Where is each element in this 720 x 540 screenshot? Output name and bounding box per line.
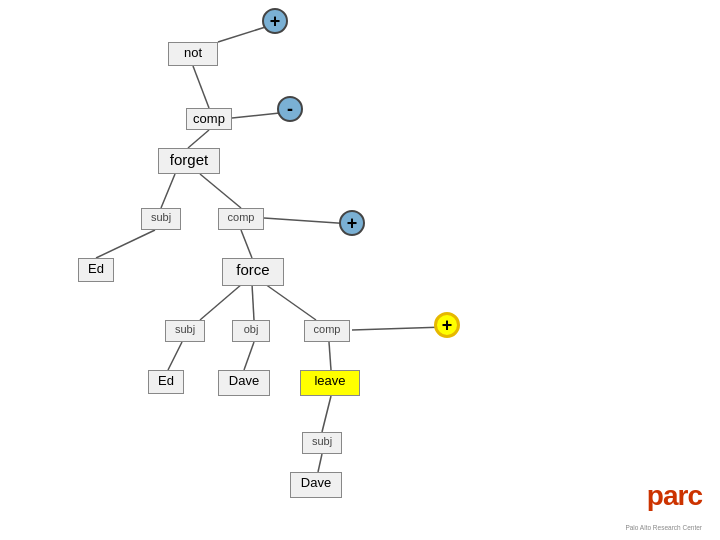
forget-node: forget — [158, 148, 220, 174]
svg-line-12 — [322, 396, 331, 432]
svg-line-7 — [252, 284, 254, 320]
minus1-button[interactable]: - — [277, 96, 303, 122]
comp1-node: comp — [186, 108, 232, 130]
parc-logo: parc — [647, 480, 702, 512]
svg-line-9 — [168, 342, 182, 370]
svg-line-5 — [241, 230, 252, 258]
plus3-button[interactable]: + — [434, 312, 460, 338]
svg-line-13 — [318, 454, 322, 472]
svg-line-11 — [329, 342, 331, 370]
svg-line-3 — [200, 174, 241, 208]
svg-line-8 — [265, 284, 316, 320]
svg-line-0 — [193, 66, 209, 108]
svg-line-2 — [161, 174, 175, 208]
comp2-node: comp — [218, 208, 264, 230]
force-node: force — [222, 258, 284, 286]
obj1-node: obj — [232, 320, 270, 342]
ed1-node: Ed — [78, 258, 114, 282]
comp3-node: comp — [304, 320, 350, 342]
subj3-node: subj — [302, 432, 342, 454]
leave-node: leave — [300, 370, 360, 396]
svg-line-10 — [244, 342, 254, 370]
not-node: not — [168, 42, 218, 66]
dave1-node: Dave — [218, 370, 270, 396]
subj2-node: subj — [165, 320, 205, 342]
dave2-node: Dave — [290, 472, 342, 498]
svg-line-6 — [200, 284, 242, 320]
svg-line-4 — [96, 230, 155, 258]
subj1-node: subj — [141, 208, 181, 230]
parc-subtitle: Palo Alto Research Center — [625, 524, 702, 532]
plus2-button[interactable]: + — [339, 210, 365, 236]
svg-line-17 — [352, 327, 445, 330]
svg-line-1 — [188, 130, 209, 148]
plus1-button[interactable]: + — [262, 8, 288, 34]
ed2-node: Ed — [148, 370, 184, 394]
